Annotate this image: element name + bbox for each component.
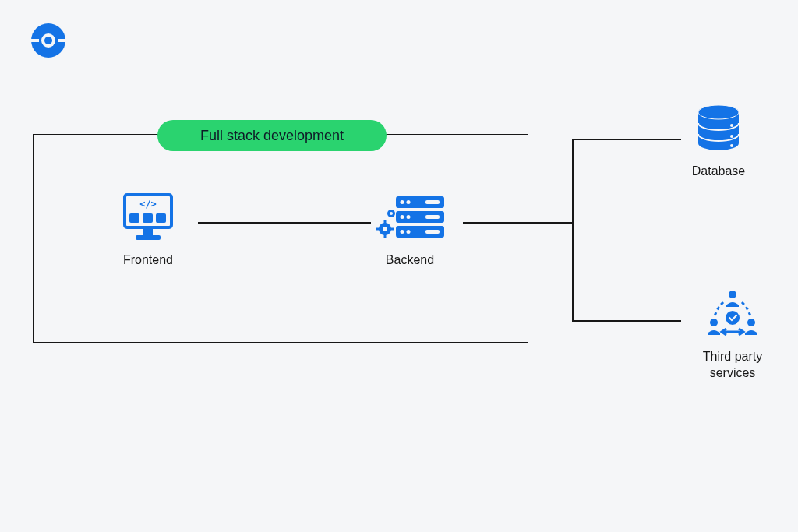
server-gears-icon bbox=[371, 190, 449, 245]
svg-rect-21 bbox=[425, 200, 440, 204]
svg-point-31 bbox=[390, 212, 393, 215]
monitor-code-icon: </> bbox=[117, 190, 179, 245]
svg-rect-9 bbox=[156, 213, 166, 223]
node-database: Database bbox=[687, 101, 750, 180]
edge-branch-vertical bbox=[572, 139, 574, 321]
svg-point-20 bbox=[407, 230, 411, 234]
team-icon bbox=[701, 287, 764, 341]
edge-branch-thirdparty bbox=[572, 320, 681, 322]
title-pill: Full stack development bbox=[157, 120, 387, 151]
svg-point-4 bbox=[44, 37, 52, 44]
node-frontend-label: Frontend bbox=[123, 252, 173, 269]
svg-rect-26 bbox=[384, 220, 387, 224]
node-backend: Backend bbox=[371, 190, 449, 269]
node-frontend: </> Frontend bbox=[117, 190, 179, 269]
edge-backend-trunk bbox=[463, 222, 572, 224]
edge-branch-database bbox=[572, 139, 681, 140]
database-icon bbox=[687, 101, 750, 156]
svg-rect-11 bbox=[136, 235, 161, 240]
svg-point-40 bbox=[710, 319, 718, 326]
node-database-label: Database bbox=[692, 164, 746, 180]
svg-rect-3 bbox=[58, 39, 65, 42]
svg-rect-8 bbox=[143, 213, 153, 223]
node-third-party: Third party services bbox=[686, 287, 779, 382]
svg-point-39 bbox=[729, 291, 736, 298]
edge-frontend-backend bbox=[198, 222, 371, 224]
node-third-party-label: Third party services bbox=[686, 349, 779, 382]
svg-point-18 bbox=[407, 215, 411, 219]
svg-point-38 bbox=[730, 144, 733, 147]
svg-rect-2 bbox=[31, 39, 39, 42]
title-pill-label: Full stack development bbox=[200, 128, 344, 144]
svg-point-19 bbox=[401, 230, 404, 234]
node-backend-label: Backend bbox=[386, 252, 434, 269]
svg-point-25 bbox=[383, 227, 387, 231]
svg-text:</>: </> bbox=[139, 199, 157, 210]
svg-rect-7 bbox=[129, 213, 139, 223]
svg-rect-28 bbox=[376, 228, 380, 231]
svg-rect-10 bbox=[143, 227, 153, 235]
svg-point-16 bbox=[407, 200, 411, 204]
svg-point-42 bbox=[726, 311, 740, 325]
svg-rect-22 bbox=[425, 215, 440, 219]
brand-logo bbox=[30, 22, 67, 59]
fullstack-container bbox=[33, 134, 528, 343]
svg-point-41 bbox=[747, 319, 755, 326]
svg-point-37 bbox=[730, 135, 733, 138]
svg-point-15 bbox=[401, 200, 404, 204]
svg-point-17 bbox=[401, 215, 404, 219]
svg-rect-27 bbox=[384, 234, 387, 238]
svg-point-36 bbox=[730, 124, 733, 127]
svg-rect-29 bbox=[390, 228, 394, 231]
svg-rect-23 bbox=[425, 230, 440, 234]
